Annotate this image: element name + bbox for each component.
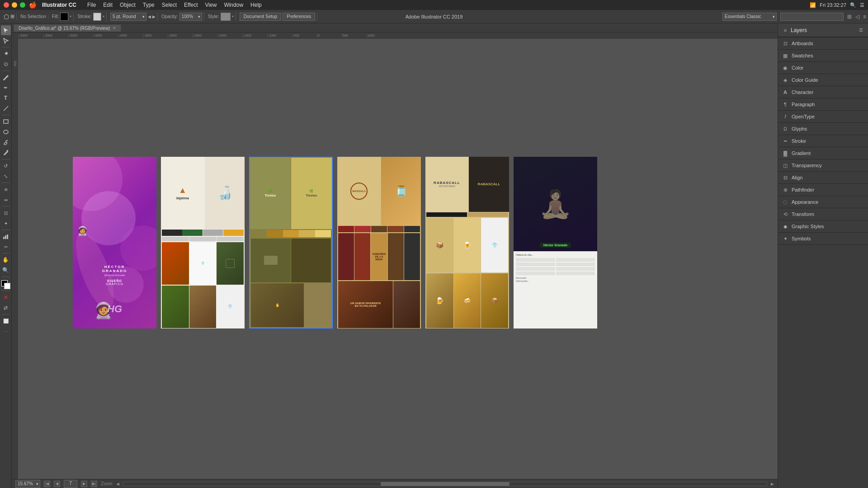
preferences-button[interactable]: Preferences [283, 13, 315, 21]
menu-object[interactable]: Object [116, 0, 139, 10]
search-stock-input[interactable] [780, 13, 844, 21]
fill-none-icon[interactable]: ✕ [1, 292, 11, 302]
transform-panel-header[interactable]: Transform [778, 208, 868, 220]
menu-file[interactable]: File [84, 0, 99, 10]
apple-menu[interactable]: 🍎 [29, 1, 37, 9]
menu-type[interactable]: Type [139, 0, 158, 10]
ellipse-tool[interactable] [1, 127, 11, 137]
nav-last-btn[interactable]: ▶| [91, 481, 97, 487]
hand-tool[interactable]: ✋ [1, 255, 11, 265]
expand-panels-icon[interactable]: ≡ [863, 14, 866, 20]
stroke-size-input[interactable]: 5 pt. Round [110, 13, 146, 21]
maximize-button[interactable] [20, 2, 25, 8]
slice-tool[interactable]: ✂ [1, 242, 11, 252]
line-tool[interactable] [1, 103, 11, 113]
free-transform-tool[interactable]: ⊡ [1, 208, 11, 218]
menu-select[interactable]: Select [158, 0, 180, 10]
expand-tools-icon[interactable]: ··· [1, 326, 11, 336]
gradient-panel-header[interactable]: Gradient [778, 147, 868, 159]
menu-edit[interactable]: Edit [99, 0, 116, 10]
layers-panel-header[interactable]: Layers ☰ [778, 23, 868, 37]
grid-view-btn[interactable]: ⊞ [10, 14, 14, 19]
background-color[interactable] [4, 283, 10, 289]
opentype-panel-header[interactable]: OpenType [778, 111, 868, 122]
opacity-input[interactable]: 100% [179, 13, 202, 21]
paintbrush-tool[interactable] [1, 137, 11, 147]
minimize-button[interactable] [12, 2, 17, 8]
scale-tool[interactable]: ⤡ [1, 171, 11, 181]
swap-colors-icon[interactable]: ⇄ [1, 303, 11, 313]
graphic-styles-panel-header[interactable]: Graphic Styles [778, 221, 868, 232]
magic-wand-tool[interactable] [1, 49, 11, 59]
pathfinder-panel-header[interactable]: Pathfinder [778, 184, 868, 196]
scroll-right-btn[interactable]: ▶ [771, 482, 774, 486]
paragraph-panel-header[interactable]: Paragraph [778, 99, 868, 110]
artboard-6[interactable]: 🧘 Héctor Granado Hábitos de vida... [514, 157, 597, 328]
nav-first-btn[interactable]: |◀ [44, 481, 50, 487]
opacity-section[interactable]: Opacity: 100% [160, 13, 204, 21]
stroke-nav-next[interactable]: ▶ [152, 14, 156, 19]
pen-tool[interactable] [1, 72, 11, 82]
symbol-tool[interactable]: ✦ [1, 218, 11, 228]
close-button[interactable] [4, 2, 9, 8]
nav-next-btn[interactable]: ▶ [81, 481, 87, 487]
color-panel-header[interactable]: Color [778, 62, 868, 74]
arrange-icon[interactable]: ⊞ [847, 14, 852, 20]
spotlight-icon[interactable]: ☰ [860, 2, 864, 8]
menu-effect[interactable]: Effect [180, 0, 201, 10]
align-panel-header[interactable]: Align [778, 172, 868, 183]
doc-tab-close[interactable]: ✕ [113, 26, 116, 30]
rect-tool[interactable] [1, 117, 11, 127]
glyphs-panel-header[interactable]: Glyphs [778, 123, 868, 135]
artboard-2[interactable]: ▲ bijatma 🍶 [161, 157, 245, 328]
horizontal-scrollbar[interactable] [123, 482, 767, 486]
stroke-size-section[interactable]: 5 pt. Round ◀ ▶ [108, 13, 158, 21]
nav-prev-btn[interactable]: ◀ [54, 481, 60, 487]
appearance-panel-header[interactable]: Appearance [778, 196, 868, 208]
style-swatch[interactable] [221, 13, 231, 21]
stroke-nav-prev[interactable]: ◀ [148, 14, 151, 19]
style-section[interactable]: Style: ▾ [206, 13, 236, 21]
direct-selection-tool[interactable] [1, 36, 11, 46]
width-tool[interactable]: ⇔ [1, 195, 11, 205]
fill-section[interactable]: Fill: ▾ [50, 13, 74, 21]
color-guide-panel-header[interactable]: Color Guide [778, 74, 868, 86]
color-swatch-area[interactable] [1, 280, 10, 289]
artboards-panel-header[interactable]: Artboards [778, 38, 868, 49]
symbols-panel-header[interactable]: Symbols [778, 233, 868, 244]
stroke-swatch[interactable] [93, 13, 101, 21]
menu-view[interactable]: View [202, 0, 221, 10]
scroll-left-btn[interactable]: ◀ [116, 482, 119, 486]
type-tool[interactable]: T [1, 93, 11, 103]
stroke-panel-header[interactable]: Stroke [778, 135, 868, 147]
document-tab[interactable]: Diseño_Gráfico.ai* @ 15.67% (RGB/Preview… [14, 24, 121, 32]
pencil-tool[interactable] [1, 148, 11, 158]
swatches-panel-header[interactable]: Swatches [778, 50, 868, 61]
add-anchor-tool[interactable]: ✒ [1, 83, 11, 93]
fill-swatch[interactable] [60, 13, 68, 21]
artboard-1[interactable]: HÉCTOR GRANADO @hectorGranado DISEÑO GRÁ… [73, 157, 156, 328]
draw-normal-icon[interactable]: ⬜ [1, 316, 11, 326]
artboard-3[interactable]: Artboard 3 🌿Treviso 🌿Treviso [249, 157, 333, 328]
artboard-number[interactable]: 7 [64, 480, 77, 488]
collapse-icon[interactable]: ◁ [855, 14, 859, 20]
canvas-scroll-area[interactable]: HÉCTOR GRANADO @hectorGranado DISEÑO GRÁ… [19, 39, 778, 479]
menu-window[interactable]: Window [220, 0, 247, 10]
character-panel-header[interactable]: Character [778, 86, 868, 98]
selection-tool[interactable] [1, 25, 11, 35]
warp-tool[interactable]: ≋ [1, 184, 11, 194]
menu-help[interactable]: Help [247, 0, 265, 10]
zoom-input[interactable]: 15.67% [15, 480, 40, 488]
layers-menu-btn[interactable]: ☰ [857, 27, 864, 34]
column-chart-tool[interactable] [1, 231, 11, 241]
artboard-5[interactable]: RABASCALL ARTISAN BEER RABASCALL [425, 157, 509, 328]
transparency-panel-header[interactable]: Transparency [778, 160, 868, 171]
search-icon[interactable]: 🔍 [850, 2, 856, 8]
doc-setup-section[interactable]: Document Setup Preferences [238, 13, 317, 21]
zoom-tool[interactable]: 🔍 [1, 265, 11, 275]
doc-setup-button[interactable]: Document Setup [240, 13, 282, 21]
workspace-selector[interactable]: Essentials Classic [722, 13, 777, 21]
rotate-tool[interactable]: ↺ [1, 161, 11, 171]
stroke-section[interactable]: Stroke: ▾ [75, 13, 107, 21]
lasso-tool[interactable]: ⊙ [1, 59, 11, 69]
